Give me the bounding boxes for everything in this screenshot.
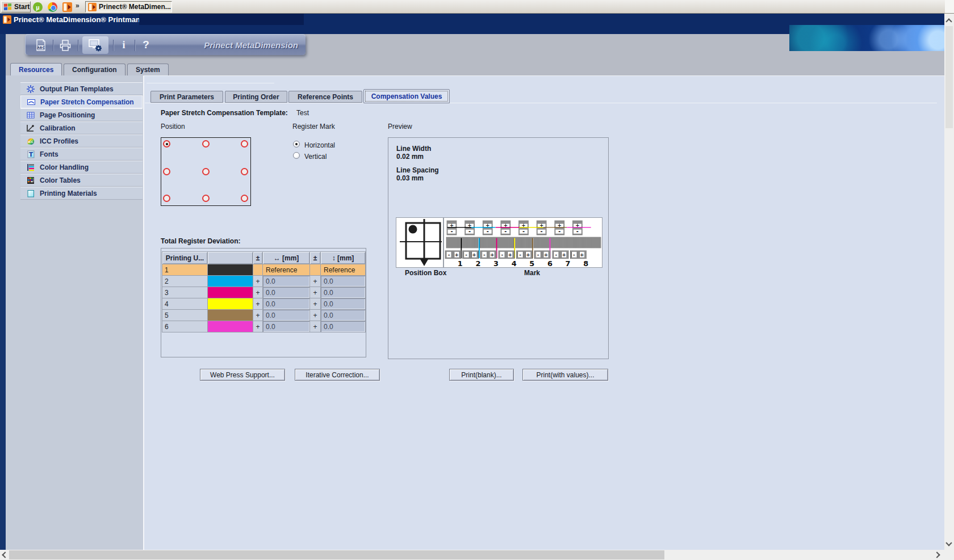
- register-mark-vertical-label: Vertical: [304, 153, 327, 161]
- taskbar-right-notch: [945, 0, 954, 13]
- header-sign-h: ±: [253, 252, 263, 264]
- info-icon: i: [122, 39, 125, 51]
- tab-printing-order[interactable]: Printing Order: [225, 91, 287, 103]
- tab-resources[interactable]: Resources: [10, 63, 62, 75]
- sidebar-divider: [143, 76, 144, 550]
- printer-icon: [58, 39, 72, 52]
- svg-text:2: 2: [475, 259, 480, 267]
- deviation-table-title: Total Register Deviation:: [161, 237, 240, 245]
- color-handling-icon: [26, 162, 35, 172]
- line-width-value: 0.02 mm: [396, 153, 424, 161]
- sidebar-item-paper-stretch-compensation[interactable]: Paper Stretch Compensation: [20, 95, 143, 108]
- sidebar-item-calibration[interactable]: Calibration: [20, 121, 143, 134]
- tab-reference-points[interactable]: Reference Points: [288, 91, 362, 103]
- print-with-values-button[interactable]: Print(with values)...: [522, 369, 608, 381]
- sidebar-item-icc-profiles[interactable]: ICC ICC Profiles: [20, 134, 143, 148]
- svg-text:T: T: [28, 151, 33, 158]
- printing-materials-icon: [26, 188, 35, 198]
- paper-stretch-compensation-icon: [26, 97, 36, 107]
- sidebar-item-color-handling[interactable]: Color Handling: [20, 161, 143, 174]
- tab-configuration[interactable]: Configuration: [64, 64, 125, 75]
- prinect-quicklaunch-icon[interactable]: [62, 2, 72, 14]
- web-press-support-button[interactable]: Web Press Support...: [200, 369, 285, 381]
- resources-settings-button[interactable]: [82, 36, 108, 54]
- header-printing-unit: Printing U...: [162, 252, 208, 264]
- svg-text:8: 8: [583, 259, 588, 267]
- svg-text:3: 3: [493, 259, 499, 267]
- color-swatch: [208, 321, 253, 332]
- preflight-document-button[interactable]: ABC: [32, 38, 48, 52]
- mark-graphic: + - - +: [445, 218, 602, 267]
- register-mark-horizontal-label: Horizontal: [304, 141, 335, 149]
- deviation-table-header: Printing U... ± ↔ [mm] ± ↕ [mm]: [162, 252, 366, 264]
- header-vertical-mm: ↕ [mm]: [321, 252, 366, 264]
- color-swatch: [208, 287, 253, 298]
- position-grid-box: [161, 137, 251, 206]
- header-color: [208, 252, 253, 264]
- position-radio-bottom-right[interactable]: [241, 195, 248, 202]
- tab-print-parameters[interactable]: Print Parameters: [150, 91, 223, 103]
- position-radio-bottom-left[interactable]: [163, 195, 170, 202]
- toolbar-separator: [78, 40, 78, 51]
- svg-text:1: 1: [458, 259, 463, 267]
- toolbar-separator: [53, 40, 53, 51]
- task-button-label: Prinect® MetaDimen...: [99, 3, 171, 11]
- sidebar-item-printing-materials[interactable]: Printing Materials: [20, 187, 143, 200]
- utorrent-icon[interactable]: µ: [33, 2, 43, 12]
- print-blank-button[interactable]: Print(blank)...: [449, 369, 514, 381]
- vertical-scrollbar-thumb[interactable]: [945, 26, 953, 128]
- line-spacing-label: Line Spacing: [396, 166, 439, 174]
- tab-system[interactable]: System: [127, 64, 169, 75]
- deviation-table: Printing U... ± ↔ [mm] ± ↕ [mm] 1 Refere…: [162, 251, 366, 332]
- svg-text:6: 6: [547, 259, 553, 267]
- sidebar-item-output-plan-templates[interactable]: Output Plan Templates: [20, 82, 143, 95]
- preflight-document-icon: ABC: [34, 39, 47, 52]
- register-mark-horizontal-radio[interactable]: [293, 141, 300, 148]
- screen: Start µ » Prinect® MetaDimen... Prinect®…: [0, 0, 954, 560]
- window-title: Prinect® MetaDimension® Printmanager -: [14, 15, 160, 24]
- mark-preview-graphic: + - - +: [396, 217, 602, 268]
- iterative-correction-button[interactable]: Iterative Correction...: [295, 369, 380, 381]
- print-output-button[interactable]: [57, 38, 73, 52]
- sidebar-item-color-tables[interactable]: Color Tables: [20, 174, 143, 187]
- position-radio-middle-right[interactable]: [241, 168, 248, 175]
- task-prinect-icon: [88, 3, 97, 11]
- position-radio-middle-left[interactable]: [163, 168, 170, 175]
- svg-text:ICC: ICC: [28, 140, 34, 144]
- output-plan-templates-icon: [26, 84, 35, 94]
- svg-text:ABC: ABC: [37, 45, 45, 49]
- quicklaunch-overflow-chevron[interactable]: »: [76, 2, 80, 10]
- horizontal-scrollbar-thumb[interactable]: [9, 550, 664, 559]
- icc-profiles-icon: ICC: [26, 136, 35, 146]
- info-button[interactable]: i: [118, 37, 130, 53]
- position-radio-middle-center[interactable]: [202, 168, 210, 175]
- color-swatch: [208, 264, 253, 276]
- chrome-icon[interactable]: [48, 2, 57, 12]
- toolbar-separator: [113, 40, 114, 51]
- position-box-caption: Position Box: [405, 269, 446, 277]
- register-mark-vertical-radio[interactable]: [293, 152, 300, 159]
- table-row: 1 Reference Reference: [162, 264, 366, 276]
- windows-flag-icon: [3, 3, 12, 11]
- line-width-label: Line Width: [396, 145, 431, 153]
- taskbar-task-button[interactable]: Prinect® MetaDimen...: [85, 1, 172, 12]
- table-row: 2 + 0.0 + 0.0: [162, 276, 366, 287]
- start-button[interactable]: Start: [1, 1, 31, 12]
- sidebar-item-page-positioning[interactable]: Page Positioning: [20, 108, 143, 121]
- tabstrip-baseline: [145, 103, 937, 103]
- start-label: Start: [14, 3, 30, 11]
- computer-settings-icon: [87, 38, 103, 53]
- tab-compensation-values[interactable]: Compensation Values: [363, 89, 450, 103]
- table-row: 3 + 0.0 + 0.0: [162, 287, 366, 298]
- header-sign-v: ±: [310, 252, 321, 264]
- position-radio-top-right[interactable]: [241, 140, 248, 148]
- calibration-icon: [26, 123, 35, 133]
- help-button[interactable]: ?: [139, 37, 153, 53]
- position-radio-top-center[interactable]: [202, 140, 210, 148]
- brand-text: Prinect MetaDimension: [196, 40, 298, 50]
- sidebar-item-fonts[interactable]: T Fonts: [20, 148, 143, 161]
- position-box-graphic: [396, 218, 443, 267]
- position-radio-bottom-center[interactable]: [202, 195, 210, 202]
- table-row: 4 + 0.0 + 0.0: [162, 298, 366, 310]
- position-radio-top-left[interactable]: [163, 140, 170, 148]
